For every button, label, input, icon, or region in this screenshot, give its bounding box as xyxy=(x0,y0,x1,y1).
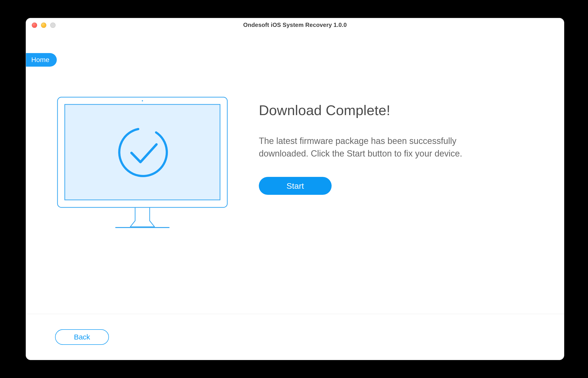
start-button-label: Start xyxy=(287,181,304,191)
start-button[interactable]: Start xyxy=(259,177,332,195)
back-button-label: Back xyxy=(74,333,90,341)
titlebar: Ondesoft iOS System Recovery 1.0.0 xyxy=(26,18,564,32)
hero: Download Complete! The latest firmware p… xyxy=(55,95,535,231)
monitor-check-icon xyxy=(55,95,230,230)
svg-point-1 xyxy=(142,100,143,102)
breadcrumb-home-label: Home xyxy=(31,56,49,64)
breadcrumb-home-tab[interactable]: Home xyxy=(26,53,57,67)
window-title: Ondesoft iOS System Recovery 1.0.0 xyxy=(26,18,564,32)
page-description: The latest firmware package has been suc… xyxy=(259,135,497,160)
content-area: Home xyxy=(26,32,564,314)
app-window: Ondesoft iOS System Recovery 1.0.0 Home xyxy=(26,18,564,360)
back-button[interactable]: Back xyxy=(55,329,109,345)
svg-rect-2 xyxy=(65,104,220,200)
monitor-success-illustration xyxy=(55,95,230,231)
copy-block: Download Complete! The latest firmware p… xyxy=(259,95,535,195)
page-heading: Download Complete! xyxy=(259,102,535,118)
footer: Back xyxy=(26,314,564,360)
